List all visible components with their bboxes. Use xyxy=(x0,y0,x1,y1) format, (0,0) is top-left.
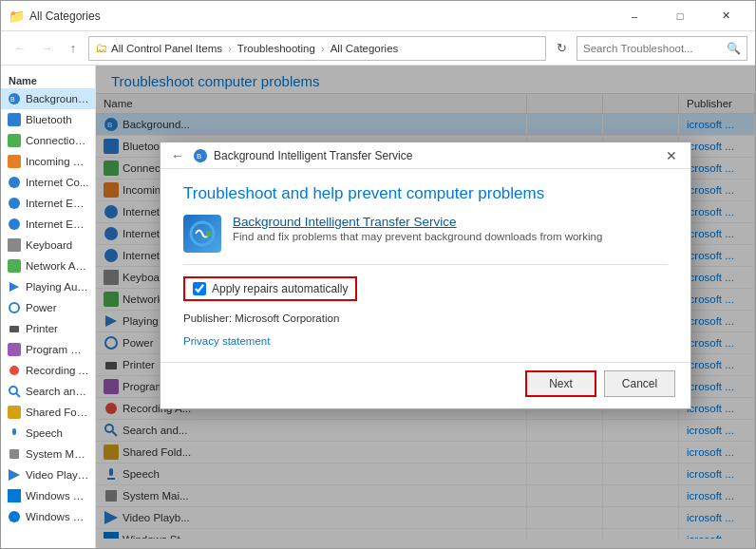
modal-overlay: ← B Background Intelligent Transfer Serv… xyxy=(96,66,755,548)
sidebar-item-power[interactable]: Power xyxy=(1,297,95,318)
address-path-part3: All Categories xyxy=(331,43,399,54)
modal-divider xyxy=(183,264,668,265)
sidebar-item-label-13: Recording A... xyxy=(26,365,89,376)
svg-point-5 xyxy=(9,177,20,188)
sidebar-item-label-3: Incoming C... xyxy=(26,156,89,167)
publisher-label: Publisher: xyxy=(183,312,232,324)
address-box[interactable]: 🗂 All Control Panel Items › Troubleshoot… xyxy=(88,36,546,61)
sidebar-item-system[interactable]: System Mai... xyxy=(1,444,95,464)
refresh-button[interactable]: ↻ xyxy=(550,37,573,60)
svg-line-16 xyxy=(16,393,20,397)
modal-title: Background Intelligent Transfer Service xyxy=(214,149,654,162)
sidebar-item-label-17: System Mai... xyxy=(26,448,89,460)
window-close-button[interactable]: ✕ xyxy=(704,1,747,31)
svg-rect-13 xyxy=(8,343,21,356)
sidebar-item-label-9: Playing Aud... xyxy=(26,281,89,293)
sidebar-item-background[interactable]: B Background... xyxy=(1,88,95,109)
sidebar-item-search[interactable]: Search and... xyxy=(1,381,95,402)
sidebar-windows-st-icon xyxy=(7,488,22,503)
sidebar-item-windows-update[interactable]: Windows Update xyxy=(1,506,95,527)
sidebar-item-label-1: Bluetooth xyxy=(26,114,72,125)
search-input[interactable] xyxy=(583,43,723,54)
sidebar-item-recording[interactable]: Recording A... xyxy=(1,360,95,381)
maximize-button[interactable]: □ xyxy=(658,1,702,31)
sidebar-item-printer[interactable]: Printer xyxy=(1,318,95,339)
sidebar-item-label-19: Windows St... xyxy=(26,490,89,502)
svg-rect-4 xyxy=(8,155,21,168)
svg-rect-21 xyxy=(8,489,21,502)
sidebar: Name B Background... Bluetooth Connectio… xyxy=(1,66,96,548)
svg-marker-10 xyxy=(9,282,19,292)
svg-point-7 xyxy=(9,218,20,230)
sidebar-item-incoming[interactable]: Incoming C... xyxy=(1,151,95,172)
address-path-part1: All Control Panel Items xyxy=(111,43,222,54)
sidebar-item-label-16: Speech xyxy=(26,427,63,439)
sidebar-item-bluetooth[interactable]: Bluetooth xyxy=(1,109,95,130)
cancel-button[interactable]: Cancel xyxy=(604,370,675,397)
sidebar-item-connections[interactable]: Connection... xyxy=(1,130,95,151)
window-title: All Categories xyxy=(29,9,613,23)
privacy-statement-link[interactable]: Privacy statement xyxy=(183,335,668,347)
sidebar-item-label-10: Power xyxy=(26,302,57,313)
up-button[interactable]: ↑ xyxy=(62,37,85,60)
sidebar-item-video[interactable]: Video Playb... xyxy=(1,464,95,485)
sidebar-item-label-18: Video Playb... xyxy=(26,469,89,481)
sidebar-recording-icon xyxy=(7,363,22,378)
sidebar-item-speech[interactable]: Speech xyxy=(1,423,95,444)
modal-back-button[interactable]: ← xyxy=(168,146,187,165)
sidebar-item-label-20: Windows Update xyxy=(26,511,89,522)
sidebar-network-icon xyxy=(7,258,22,274)
auto-repair-label[interactable]: Apply repairs automatically xyxy=(212,282,348,295)
sidebar-shared-icon xyxy=(7,405,22,420)
sidebar-item-label-7: Keyboard xyxy=(26,239,72,251)
modal-heading: Troubleshoot and help prevent computer p… xyxy=(183,184,668,203)
search-icon[interactable]: 🔍 xyxy=(727,42,741,55)
sidebar-keyboard-icon xyxy=(7,237,22,253)
modal-close-button[interactable]: ✕ xyxy=(660,144,683,167)
sidebar-item-internet-exp1[interactable]: Internet Exp... xyxy=(1,193,95,214)
sidebar-item-network[interactable]: Network Ac... xyxy=(1,256,95,276)
sidebar-item-windows-st[interactable]: Windows St... xyxy=(1,485,95,506)
sidebar-speech-icon xyxy=(7,426,22,441)
auto-repair-checkbox[interactable] xyxy=(193,282,206,295)
next-button[interactable]: Next xyxy=(525,370,596,397)
sidebar-item-label-11: Printer xyxy=(26,323,58,334)
sidebar-item-internet-exp2[interactable]: Internet Exp... xyxy=(1,214,95,235)
modal-footer: Next Cancel xyxy=(161,362,690,408)
title-bar: 📁 All Categories – □ ✕ xyxy=(1,1,755,31)
window-icon: 📁 xyxy=(9,9,24,24)
search-box[interactable]: 🔍 xyxy=(576,36,747,61)
sidebar-internet-exp2-icon xyxy=(7,217,22,232)
svg-text:B: B xyxy=(197,152,201,161)
sidebar-item-program[interactable]: Program Co... xyxy=(1,339,95,360)
svg-rect-17 xyxy=(8,406,21,419)
sidebar-incoming-icon xyxy=(7,154,22,169)
sidebar-item-playing[interactable]: Playing Aud... xyxy=(1,276,95,297)
service-icon xyxy=(183,215,221,253)
sidebar-item-shared[interactable]: Shared Fold... xyxy=(1,402,95,423)
svg-point-14 xyxy=(9,366,19,375)
sidebar-bluetooth-icon xyxy=(7,112,22,127)
sidebar-item-keyboard[interactable]: Keyboard xyxy=(1,235,95,256)
sidebar-video-icon xyxy=(7,467,22,483)
sidebar-search-icon xyxy=(7,384,22,399)
sidebar-playing-icon xyxy=(7,279,22,294)
back-button[interactable]: ← xyxy=(9,37,31,60)
forward-button[interactable]: → xyxy=(35,37,58,60)
svg-rect-8 xyxy=(8,238,21,252)
sidebar-item-label-5: Internet Exp... xyxy=(26,198,89,209)
sidebar-item-label-8: Network Ac... xyxy=(26,260,89,272)
sidebar-item-label-4: Internet Co... xyxy=(26,177,88,188)
minimize-button[interactable]: – xyxy=(613,1,656,31)
sidebar-windows-update-icon xyxy=(7,509,22,524)
service-name[interactable]: Background Intelligent Transfer Service xyxy=(233,215,602,229)
publisher-row: Publisher: Microsoft Corporation xyxy=(183,312,668,324)
modal-dialog: ← B Background Intelligent Transfer Serv… xyxy=(160,142,691,409)
modal-title-icon: B xyxy=(193,148,208,163)
sidebar-item-label-2: Connection... xyxy=(26,135,89,146)
sidebar-power-icon xyxy=(7,300,22,315)
svg-point-6 xyxy=(9,198,20,209)
service-details: Background Intelligent Transfer Service … xyxy=(233,215,602,242)
sidebar-item-internet-co[interactable]: Internet Co... xyxy=(1,172,95,193)
sidebar-printer-icon xyxy=(7,321,22,336)
